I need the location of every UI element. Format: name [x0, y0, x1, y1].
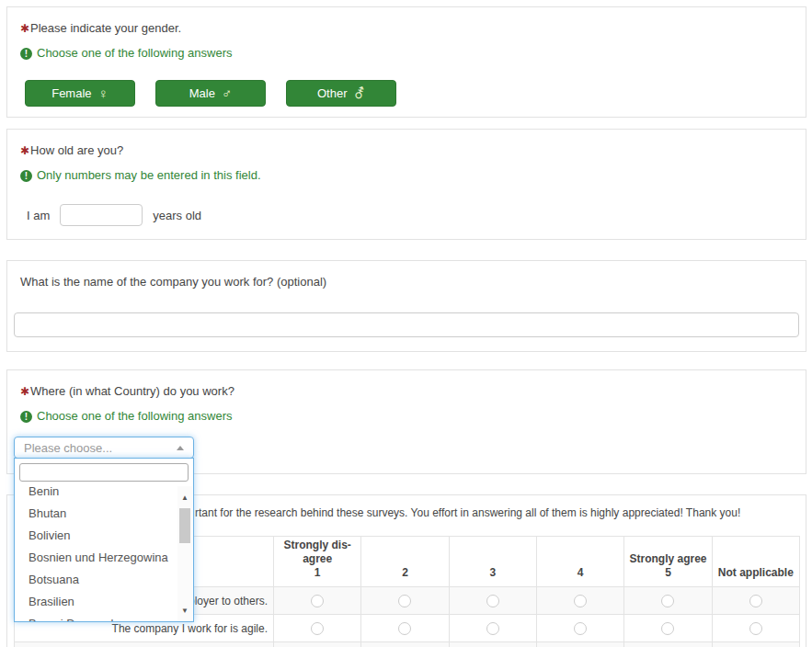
country-dropdown: Please choose... Benin Bhutan Bolivien B… — [14, 437, 194, 459]
gender-button-other[interactable]: Other⚦ — [286, 80, 396, 107]
question-panel-company: What is the name of the company you work… — [6, 260, 806, 352]
matrix-header-col-4: 4 — [537, 537, 624, 587]
matrix-cell — [624, 615, 712, 642]
column-header-label: Strongly dis- agree — [283, 539, 350, 566]
country-search-input[interactable] — [19, 463, 189, 482]
gender-buttons: Female♀ Male♂ Other⚦ — [25, 80, 806, 107]
info-icon: ! — [20, 48, 32, 60]
radio-button[interactable] — [311, 595, 324, 607]
required-asterisk-icon: ✱ — [20, 385, 29, 398]
country-option-items: Benin Bhutan Bolivien Bosnien und Herzeg… — [15, 486, 193, 621]
matrix-cell — [537, 587, 624, 615]
question-title: ✱Where (in what Country) do you work? — [20, 384, 793, 399]
column-header-label: Strongly agree — [629, 552, 706, 566]
gender-button-label: Female — [51, 86, 91, 100]
column-header-label: Not applicable — [718, 566, 794, 580]
matrix-cell — [713, 587, 800, 615]
question-title: What is the name of the company you work… — [20, 275, 793, 289]
hint-text: Choose one of the following answers — [37, 409, 232, 424]
matrix-header-col-2: 2 — [361, 537, 449, 587]
matrix-row-label — [15, 642, 274, 647]
hint-text: Only numbers may be entered in this fiel… — [37, 168, 261, 183]
radio-button[interactable] — [398, 595, 411, 607]
survey-page: ✱Please indicate your gender. !Choose on… — [0, 0, 812, 647]
matrix-cell — [713, 615, 800, 642]
country-option[interactable]: Bosnien und Herzegowina — [15, 547, 193, 569]
matrix-cell — [624, 642, 712, 647]
required-asterisk-icon: ✱ — [20, 22, 29, 35]
matrix-header-col-3: 3 — [450, 537, 537, 587]
radio-button[interactable] — [486, 595, 499, 607]
radio-button[interactable] — [661, 595, 674, 607]
column-header-value: 5 — [665, 566, 671, 580]
matrix-cell — [274, 642, 361, 647]
matrix-header-col-na: Not applicable — [713, 537, 800, 587]
question-title-text: How old are you? — [30, 143, 123, 157]
country-option[interactable]: Bolivien — [15, 525, 193, 547]
radio-button[interactable] — [749, 595, 762, 607]
matrix-cell — [274, 587, 361, 615]
age-input[interactable] — [60, 204, 143, 226]
matrix-cell — [361, 642, 449, 647]
country-option-list: Benin Bhutan Bolivien Bosnien und Herzeg… — [15, 486, 193, 621]
question-panel-age: ✱How old are you? !Only numbers may be e… — [6, 129, 806, 240]
radio-button[interactable] — [661, 622, 674, 635]
other-gender-icon: ⚦ — [353, 86, 365, 100]
gender-button-male[interactable]: Male♂ — [155, 80, 266, 107]
chevron-up-icon — [177, 446, 184, 450]
radio-button[interactable] — [398, 622, 411, 635]
scrollbar-thumb[interactable] — [179, 508, 190, 543]
country-option[interactable]: Bhutan — [15, 503, 193, 525]
country-option[interactable]: Benin — [15, 486, 193, 503]
matrix-cell — [450, 587, 537, 615]
gender-button-label: Male — [189, 86, 215, 100]
column-header-value: 1 — [315, 566, 321, 580]
matrix-cell — [450, 642, 537, 647]
matrix-cell — [361, 587, 449, 615]
country-option[interactable]: Brunei Darussalam — [15, 613, 193, 621]
country-dropdown-panel: Benin Bhutan Bolivien Bosnien und Herzeg… — [14, 458, 194, 622]
matrix-header-col-1: Strongly dis- agree1 — [274, 537, 361, 587]
country-dropdown-toggle[interactable]: Please choose... — [14, 437, 194, 459]
column-header-value: 3 — [489, 566, 496, 580]
dropdown-scrollbar: ▲ ▼ — [177, 486, 192, 621]
question-title: ✱How old are you? — [20, 143, 793, 158]
matrix-cell — [624, 587, 712, 615]
matrix-intro-text: rtant for the research behind these surv… — [195, 505, 740, 520]
matrix-cell — [274, 615, 361, 642]
question-title-text: Please indicate your gender. — [30, 21, 181, 35]
hint-text: Choose one of the following answers — [37, 46, 232, 61]
age-input-row: I am years old — [27, 204, 793, 226]
matrix-cell — [713, 642, 800, 647]
radio-button[interactable] — [574, 622, 587, 635]
info-icon: ! — [20, 411, 32, 423]
radio-button[interactable] — [486, 622, 499, 635]
radio-button[interactable] — [749, 622, 762, 635]
question-hint: !Choose one of the following answers — [20, 46, 793, 61]
question-title-text: Where (in what Country) do you work? — [30, 384, 234, 398]
country-option[interactable]: Brasilien — [15, 591, 193, 613]
info-icon: ! — [20, 170, 32, 182]
matrix-cell — [450, 615, 537, 642]
gender-button-label: Other — [317, 86, 348, 100]
question-panel-gender: ✱Please indicate your gender. !Choose on… — [6, 6, 806, 118]
company-input[interactable] — [14, 312, 799, 337]
country-dropdown-selected-text: Please choose... — [24, 441, 112, 455]
matrix-cell — [537, 642, 624, 647]
gender-button-female[interactable]: Female♀ — [25, 80, 135, 107]
scroll-down-icon[interactable]: ▼ — [177, 605, 192, 618]
scroll-up-icon[interactable]: ▲ — [177, 492, 192, 505]
question-title: ✱Please indicate your gender. — [20, 21, 793, 36]
required-asterisk-icon: ✱ — [20, 144, 29, 157]
question-hint: !Only numbers may be entered in this fie… — [20, 168, 793, 183]
age-prefix-label: I am — [27, 209, 50, 222]
matrix-cell — [361, 615, 449, 642]
question-hint: !Choose one of the following answers — [20, 409, 793, 424]
male-icon: ♂ — [222, 86, 232, 100]
radio-button[interactable] — [311, 622, 324, 635]
matrix-cell — [537, 615, 624, 642]
matrix-header-col-5: Strongly agree5 — [624, 537, 712, 587]
column-header-value: 2 — [402, 566, 408, 580]
country-option[interactable]: Botsuana — [15, 569, 193, 591]
radio-button[interactable] — [574, 595, 587, 607]
